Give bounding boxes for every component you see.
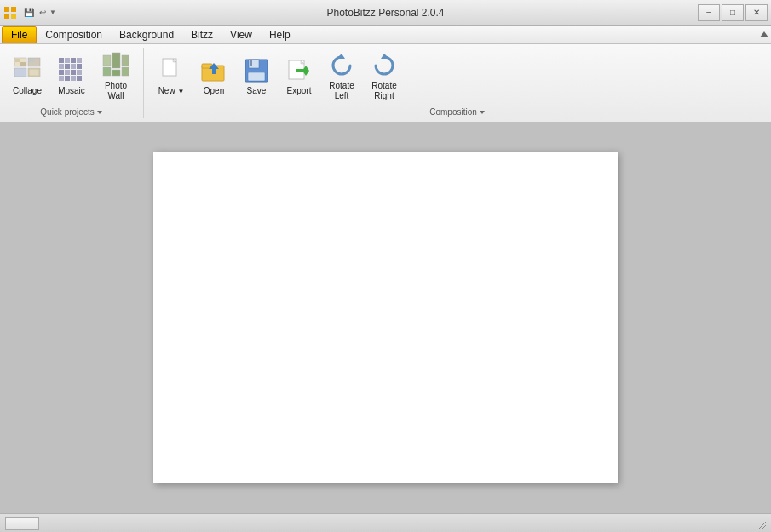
undo-quick-btn[interactable]: ↩ — [37, 8, 48, 17]
svg-rect-0 — [4, 7, 9, 12]
svg-rect-18 — [65, 64, 70, 69]
collage-label: Collage — [13, 86, 42, 96]
svg-rect-32 — [103, 67, 111, 76]
menu-help[interactable]: Help — [261, 27, 299, 43]
svg-rect-25 — [59, 76, 64, 81]
new-label: New ▼ — [158, 86, 185, 96]
title-bar-left: 💾 ↩ ▼ — [3, 6, 56, 20]
svg-marker-35 — [97, 111, 102, 114]
photo-wall-label: Photo Wall — [98, 81, 134, 101]
svg-rect-30 — [112, 53, 120, 68]
mosaic-label: Mosaic — [58, 86, 85, 96]
svg-rect-1 — [11, 7, 16, 12]
rotate-left-button[interactable]: Rotate Left — [321, 48, 362, 106]
svg-rect-8 — [28, 68, 40, 77]
canvas — [153, 152, 618, 483]
rotate-right-button[interactable]: Rotate Right — [364, 48, 405, 106]
app-icon — [3, 6, 17, 20]
svg-rect-31 — [122, 55, 129, 66]
rotate-right-label: Rotate Right — [366, 81, 402, 101]
save-icon — [243, 57, 270, 84]
close-button[interactable]: ✕ — [745, 4, 768, 21]
svg-rect-11 — [29, 59, 34, 62]
svg-rect-15 — [71, 58, 76, 63]
svg-rect-44 — [249, 60, 259, 68]
new-button[interactable]: New ▼ — [151, 49, 192, 104]
open-icon — [200, 57, 227, 84]
mosaic-button[interactable]: Mosaic — [51, 49, 92, 104]
minimize-button[interactable]: − — [698, 4, 720, 21]
menu-background[interactable]: Background — [111, 27, 182, 43]
menu-file[interactable]: File — [2, 26, 37, 43]
svg-rect-10 — [20, 62, 26, 66]
svg-rect-27 — [71, 76, 76, 81]
svg-rect-9 — [15, 59, 20, 62]
rotate-left-icon — [328, 52, 355, 79]
quick-projects-section: Collage — [0, 48, 144, 118]
svg-marker-4 — [760, 31, 768, 37]
svg-rect-3 — [11, 14, 16, 19]
canvas-area — [0, 122, 771, 513]
svg-rect-51 — [296, 69, 304, 72]
svg-line-55 — [759, 522, 766, 529]
save-button[interactable]: Save — [236, 49, 277, 104]
app-title: PhotoBitzz Personal 2.0.4 — [326, 7, 444, 19]
quick-access-toolbar: 💾 ↩ ▼ — [22, 8, 56, 17]
collage-button[interactable]: Collage — [7, 49, 48, 104]
menu-composition[interactable]: Composition — [37, 27, 111, 43]
window-controls: − □ ✕ — [698, 4, 768, 21]
svg-rect-34 — [122, 67, 129, 76]
collage-icon — [14, 57, 41, 84]
svg-rect-42 — [212, 69, 216, 74]
svg-marker-53 — [381, 54, 389, 59]
status-thumbnail — [5, 517, 39, 530]
open-label: Open — [204, 86, 224, 96]
export-icon — [285, 57, 313, 84]
save-label: Save — [247, 86, 267, 96]
photo-wall-button[interactable]: Photo Wall — [95, 48, 136, 106]
composition-items: New ▼ Open — [151, 48, 764, 106]
svg-rect-22 — [65, 70, 70, 75]
svg-rect-14 — [65, 58, 70, 63]
svg-rect-33 — [112, 70, 120, 76]
menu-bitzz[interactable]: Bitzz — [182, 27, 222, 43]
ribbon-content: Collage — [0, 44, 771, 122]
title-bar: 💾 ↩ ▼ PhotoBitzz Personal 2.0.4 − □ ✕ — [0, 0, 771, 26]
svg-rect-45 — [250, 60, 252, 66]
svg-marker-52 — [337, 54, 345, 59]
resize-handle[interactable] — [756, 518, 766, 529]
svg-rect-20 — [77, 64, 82, 69]
menu-view[interactable]: View — [222, 27, 261, 43]
quick-access-dropdown[interactable]: ▼ — [49, 9, 56, 16]
svg-rect-21 — [59, 70, 64, 75]
svg-rect-13 — [59, 58, 64, 63]
rotate-right-icon — [371, 52, 398, 79]
svg-rect-46 — [248, 72, 265, 81]
svg-rect-16 — [77, 58, 82, 63]
svg-rect-26 — [65, 76, 70, 81]
svg-line-56 — [762, 525, 766, 529]
new-icon — [158, 57, 185, 84]
photo-wall-icon — [102, 52, 129, 79]
menu-bar: File Composition Background Bitzz View H… — [0, 26, 771, 44]
svg-rect-23 — [71, 70, 76, 75]
svg-rect-19 — [71, 64, 76, 69]
status-bar — [0, 513, 771, 532]
svg-rect-17 — [59, 64, 64, 69]
composition-label: Composition — [151, 106, 764, 118]
svg-rect-2 — [4, 14, 9, 19]
save-quick-btn[interactable]: 💾 — [22, 8, 36, 17]
quick-projects-label: Quick projects — [7, 106, 136, 118]
composition-section: New ▼ Open — [144, 48, 771, 118]
export-button[interactable]: Export — [279, 49, 319, 104]
rotate-left-label: Rotate Left — [324, 81, 360, 101]
svg-rect-29 — [103, 55, 111, 66]
svg-rect-7 — [14, 68, 26, 77]
maximize-button[interactable]: □ — [722, 4, 744, 21]
ribbon-collapse-btn[interactable] — [759, 30, 769, 40]
svg-rect-24 — [77, 70, 82, 75]
svg-marker-54 — [480, 111, 485, 114]
svg-rect-28 — [77, 76, 82, 81]
open-button[interactable]: Open — [193, 49, 234, 104]
mosaic-icon — [58, 57, 85, 84]
